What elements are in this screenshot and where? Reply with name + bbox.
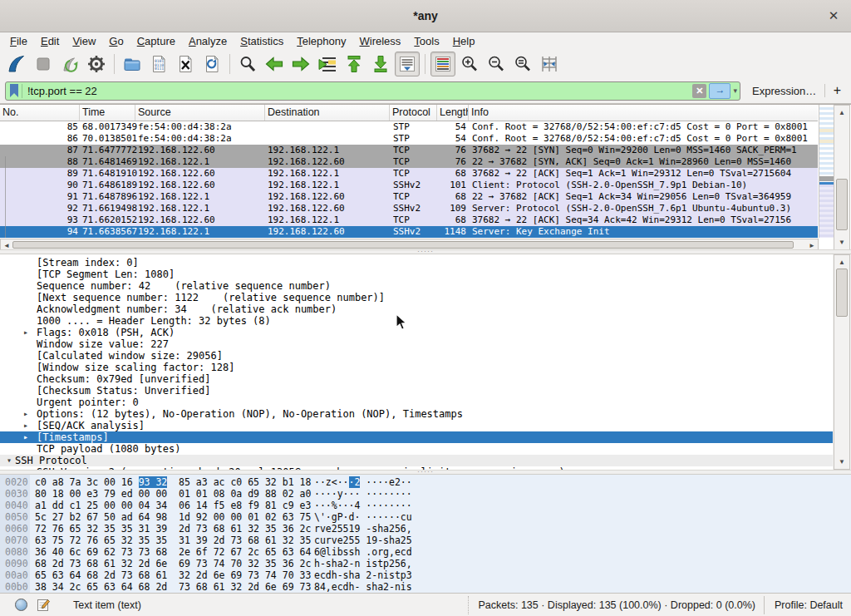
hex-row[interactable]: 00505c 27 b2 67 50 ad 64 98 1d 92 00 00 … [0, 511, 851, 523]
menu-telephony[interactable]: Telephony [290, 32, 352, 50]
hex-row[interactable]: 007063 75 72 76 65 32 35 35 31 39 2d 73 … [0, 535, 851, 546]
detail-tcp-payload[interactable]: TCP payload (1080 bytes) [0, 443, 833, 455]
reload-file-button[interactable] [199, 52, 224, 76]
go-to-packet-button[interactable] [315, 52, 340, 76]
detail-sequence-number[interactable]: Sequence number: 42 (relative sequence n… [0, 280, 833, 292]
column-header-destination[interactable]: Destination [265, 105, 390, 121]
packet-row-85[interactable]: 8568.001734936fe:54:00:d4:38:2aSTP54Conf… [0, 121, 818, 133]
restart-capture-button[interactable] [57, 52, 82, 76]
add-filter-button[interactable]: + [834, 83, 841, 98]
column-header-info[interactable]: Info [469, 105, 818, 121]
capture-comment-icon[interactable] [37, 599, 50, 611]
column-header-source[interactable]: Source [135, 105, 265, 121]
details-vscrollbar[interactable]: ▲ ▼ [834, 254, 850, 470]
scroll-thumb[interactable] [836, 179, 848, 230]
auto-scroll-button[interactable] [395, 52, 420, 76]
menu-edit[interactable]: Edit [34, 32, 66, 50]
hex-row[interactable]: 0040a1 dd c1 25 00 00 04 34 06 14 f5 e8 … [0, 500, 851, 511]
detail-segment-len[interactable]: [TCP Segment Len: 1080] [0, 269, 833, 280]
capture-options-button[interactable] [84, 52, 109, 76]
go-forward-button[interactable] [288, 52, 313, 76]
open-file-button[interactable] [120, 52, 145, 76]
zoom-reset-button[interactable] [510, 52, 535, 76]
scroll-right-arrow[interactable]: ► [808, 242, 816, 249]
packet-row-91[interactable]: 9171.648789678192.168.122.1192.168.122.6… [0, 191, 818, 203]
packet-row-90[interactable]: 9071.648618924192.168.122.60192.168.122.… [0, 180, 818, 191]
find-packet-button[interactable] [235, 52, 260, 76]
scroll-left-arrow[interactable]: ◄ [2, 242, 11, 249]
column-header-protocol[interactable]: Protocol [390, 105, 437, 121]
detail-calc-window[interactable]: [Calculated window size: 29056] [0, 350, 833, 362]
column-header-no[interactable]: No. [0, 105, 80, 121]
detail-ssh-protocol[interactable]: ▾SSH Protocol [0, 455, 833, 466]
zoom-out-button[interactable] [484, 52, 509, 76]
menu-file[interactable]: File [3, 32, 34, 50]
menu-go[interactable]: Go [102, 32, 130, 50]
expert-info-icon[interactable] [15, 599, 27, 611]
go-back-button[interactable] [262, 52, 287, 76]
bookmark-icon[interactable] [10, 84, 18, 97]
packet-row-89[interactable]: 8971.648191037192.168.122.60192.168.122.… [0, 168, 818, 180]
detail-checksum-status[interactable]: [Checksum Status: Unverified] [0, 385, 833, 397]
packet-list-vscrollbar[interactable]: ▲ ▼ [834, 105, 850, 250]
scroll-thumb[interactable] [836, 269, 848, 317]
hex-row[interactable]: 003080 18 00 e3 79 ed 00 00 01 01 08 0a … [0, 488, 851, 500]
menu-view[interactable]: View [66, 32, 102, 50]
packet-list-hscrollbar[interactable]: ◄ ► [0, 239, 819, 250]
menu-wireless[interactable]: Wireless [353, 32, 408, 50]
packet-row-93[interactable]: 9371.662015274192.168.122.60192.168.122.… [0, 214, 818, 226]
scroll-down-arrow[interactable]: ▼ [834, 458, 849, 466]
close-file-button[interactable] [173, 52, 198, 76]
detail-stream-index[interactable]: [Stream index: 0] [0, 257, 833, 269]
packet-row-92[interactable]: 9271.661949820192.168.122.1192.168.122.6… [0, 203, 818, 214]
hex-row[interactable]: 006072 76 65 32 35 35 31 39 2d 73 68 61 … [0, 523, 851, 535]
detail-timestamps-selected[interactable]: ▸[Timestamps] [0, 431, 833, 443]
detail-checksum[interactable]: Checksum: 0x79ed [unverified] [0, 373, 833, 385]
hex-row[interactable]: 00b038 34 2c 65 63 64 68 2d 73 68 61 32 … [0, 581, 851, 593]
menu-help[interactable]: Help [446, 32, 482, 50]
detail-flags[interactable]: ▸Flags: 0x018 (PSH, ACK) [0, 327, 833, 338]
menu-tools[interactable]: Tools [407, 32, 445, 50]
detail-ack-number[interactable]: Acknowledgment number: 34 (relative ack … [0, 303, 833, 315]
menu-capture[interactable]: Capture [130, 32, 182, 50]
detail-next-sequence[interactable]: [Next sequence number: 1122 (relative se… [0, 292, 833, 303]
scroll-up-arrow[interactable]: ▲ [834, 259, 849, 266]
scroll-down-arrow[interactable]: ▼ [834, 239, 849, 246]
filter-text[interactable]: !tcp.port == 22 [27, 85, 692, 97]
scroll-up-arrow[interactable]: ▲ [834, 109, 849, 116]
detail-window-size[interactable]: Window size value: 227 [0, 338, 833, 350]
status-profile[interactable]: Profile: Default [764, 596, 851, 614]
go-to-bottom-button[interactable] [368, 52, 393, 76]
clear-filter-button[interactable]: ✕ [692, 84, 706, 98]
scroll-thumb[interactable] [12, 241, 794, 249]
start-capture-button[interactable] [4, 52, 29, 76]
filter-dropdown-caret[interactable]: ▾ [733, 86, 737, 95]
expression-button[interactable]: Expression… [752, 85, 816, 97]
menu-analyze[interactable]: Analyze [182, 32, 234, 50]
apply-filter-button[interactable]: → [709, 83, 730, 99]
packet-row-86[interactable]: 8670.013850163fe:54:00:d4:38:2aSTP54Conf… [0, 133, 818, 145]
detail-urgent-pointer[interactable]: Urgent pointer: 0 [0, 397, 833, 408]
display-filter-input[interactable]: !tcp.port == 22 ✕ → ▾ [5, 81, 740, 101]
hex-row[interactable]: 0020c0 a8 7a 3c 00 16 93 32 85 a3 ac c0 … [0, 476, 851, 488]
hex-row[interactable]: 008036 40 6c 69 62 73 73 68 2e 6f 72 67 … [0, 546, 851, 558]
detail-window-scaling[interactable]: [Window size scaling factor: 128] [0, 362, 833, 373]
packet-row-94-selected[interactable]: 9471.663856741192.168.122.1192.168.122.6… [0, 226, 818, 238]
column-header-time[interactable]: Time [80, 105, 135, 121]
detail-options[interactable]: ▸Options: (12 bytes), No-Operation (NOP)… [0, 408, 833, 420]
detail-seq-ack-analysis[interactable]: ▸[SEQ/ACK analysis] [0, 420, 833, 431]
packet-row-88[interactable]: 8871.648146932192.168.122.1192.168.122.6… [0, 156, 818, 168]
menu-statistics[interactable]: Statistics [234, 32, 290, 50]
colorize-button[interactable] [430, 52, 455, 76]
packet-minimap[interactable] [819, 105, 834, 238]
zoom-in-button[interactable] [457, 52, 482, 76]
save-file-button[interactable]: 010101100111 [146, 52, 171, 76]
close-window-button[interactable]: ✕ [824, 7, 843, 25]
hex-row[interactable]: 00a065 63 64 68 2d 73 68 61 32 2d 6e 69 … [0, 569, 851, 581]
packet-row-87[interactable]: 8771.647777234192.168.122.60192.168.122.… [0, 145, 818, 156]
stop-capture-button[interactable] [31, 52, 56, 76]
resize-columns-button[interactable] [537, 52, 562, 76]
column-header-length[interactable]: Length [437, 105, 469, 121]
hex-row[interactable]: 009068 2d 73 68 61 32 2d 6e 69 73 74 70 … [0, 558, 851, 569]
detail-header-length[interactable]: 1000 .... = Header Length: 32 bytes (8) [0, 315, 833, 327]
